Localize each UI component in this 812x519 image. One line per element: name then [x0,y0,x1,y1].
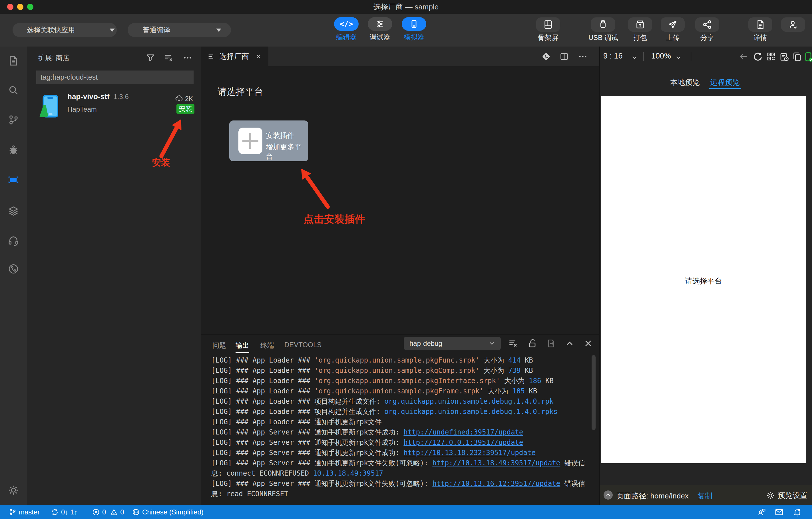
log-line: [LOG] ### App Loader ### 项目构建并生成文件: org.… [211,406,594,417]
settings-gear-icon[interactable] [8,485,19,496]
channel-label: hap-debug [409,340,442,347]
log-text: 10.13.18.49:39517 [313,469,383,477]
log-link[interactable]: http://undefined:39517/update [403,428,523,436]
tab-remote-preview[interactable]: 远程预览 [710,77,740,87]
install-plugin-card[interactable]: 安装插件 增加更多平台 [229,120,308,161]
document-icon [755,20,765,30]
select-app-dropdown[interactable]: 选择关联快应用 [12,23,117,37]
refresh-icon[interactable] [752,52,763,62]
package-button[interactable] [628,18,652,32]
source-control-icon[interactable] [8,114,19,125]
cloud-download-icon [175,94,183,103]
log-line: [LOG] ### App Server ### 通知手机更新rpk文件失败(可… [211,458,594,468]
account-button[interactable] [781,18,805,32]
unlock-icon[interactable] [527,338,538,349]
filter-icon[interactable] [146,53,155,62]
log-scrollbar[interactable] [591,355,596,430]
tab-select-vendor[interactable]: 选择厂商 [201,47,268,66]
gear-icon [766,491,775,500]
log-text: KB [521,367,533,375]
skeleton-screen-button[interactable] [536,18,560,32]
warning-icon [110,508,118,516]
extensions-sidebar: 扩展: 商店 [27,47,201,519]
compile-mode-dropdown[interactable]: 普通编译 [127,23,231,37]
usb-debug-button[interactable] [591,18,615,32]
log-link[interactable]: http://10.13.18.49:39517/update [432,459,560,467]
clear-list-icon[interactable] [164,53,174,62]
person-chat-icon [757,508,766,517]
divider [643,52,644,61]
error-icon [92,508,100,516]
tab-local-preview[interactable]: 本地预览 [670,77,700,87]
share-button[interactable] [695,18,719,32]
simulator-mode-button[interactable] [402,17,426,31]
close-icon[interactable] [255,53,262,60]
clear-output-icon[interactable] [508,338,518,349]
tab-output[interactable]: 输出 [236,341,249,353]
activity-bar [0,47,27,519]
preview-settings-button[interactable]: 预览设置 [766,490,807,500]
more-actions-icon[interactable] [183,53,193,62]
sync-status[interactable]: 0↓ 1↑ [51,505,77,519]
log-line: [LOG] ### App Loader ### 'org.quickapp.u… [211,355,594,366]
debugger-mode-button[interactable] [368,17,392,31]
notifications-button[interactable] [792,505,802,519]
collapse-footer-button[interactable] [604,490,613,499]
extension-search-input[interactable] [36,70,194,84]
editor-mode-button[interactable]: </> [334,17,358,31]
export-output-icon[interactable] [546,338,556,349]
chevron-down-icon [110,29,115,32]
close-panel-icon[interactable] [583,338,593,349]
copy-path-link[interactable]: 复制 [697,491,713,501]
chevron-down-icon[interactable] [675,54,682,61]
output-channel-select[interactable]: hap-debug [404,337,501,350]
git-branch-status[interactable]: master [8,505,40,519]
error-count: 0 [102,508,106,516]
copy-pages-icon[interactable] [792,52,802,62]
search-icon[interactable] [8,85,19,96]
sync-icon [51,508,59,516]
maximize-panel-icon[interactable] [564,338,575,349]
chevron-down-icon[interactable] [631,54,638,61]
editor-content: 请选择平台 安装插件 增加更多平台 [201,66,599,334]
explorer-icon[interactable] [8,55,19,66]
zoom-level-select[interactable]: 100% [651,52,671,60]
log-text: 大小为 [500,377,529,385]
tab-devtools[interactable]: DEVTOOLS [284,341,321,349]
details-button[interactable] [748,18,772,32]
report-icon[interactable] [779,52,789,62]
split-editor-icon[interactable] [559,52,569,61]
log-text: org.quickapp.union.sample.debug.1.4.0.rp… [384,408,558,416]
aspect-ratio-select[interactable]: 9 : 16 [603,52,623,60]
back-icon[interactable] [738,52,748,61]
branch-icon [8,508,17,516]
log-line: [LOG] ### App Server ### 通知手机更新rpk文件成功: … [211,437,594,448]
qr-code-icon[interactable] [766,52,776,61]
headset-icon[interactable] [8,235,19,247]
log-link[interactable]: http://127.0.0.1:39517/update [403,438,523,446]
install-button[interactable]: 安装 [176,104,195,114]
debugger-mode-label: 调试器 [363,33,397,42]
mail-button[interactable] [774,505,784,519]
log-link[interactable]: http://10.13.18.232:39517/update [403,449,535,457]
log-text: [LOG] ### App Loader ### [211,377,314,385]
usb-icon [598,20,608,30]
tab-problems[interactable]: 问题 [212,341,226,350]
share-circle-icon[interactable] [8,263,19,275]
language-status[interactable]: Chinese (Simplified) [132,505,204,519]
share-icon [702,20,713,30]
bell-icon [792,508,802,517]
feedback-button[interactable] [757,505,766,519]
log-link[interactable]: http://10.13.16.12:39517/update [432,480,560,488]
tab-terminal[interactable]: 终端 [260,341,274,350]
debug-icon[interactable] [8,144,19,155]
device-connected-icon[interactable] [804,52,812,62]
upload-button[interactable] [661,18,685,32]
extensions-store-icon[interactable] [8,174,19,185]
layers-icon[interactable] [8,205,19,217]
git-compare-icon[interactable] [541,52,551,61]
problems-status[interactable]: 0 0 [92,505,124,519]
more-actions-icon[interactable] [578,52,587,61]
log-line: [LOG] ### App Loader ### 通知手机更新rpk文件 [211,417,594,427]
preview-screen: 请选择平台 [601,96,806,463]
